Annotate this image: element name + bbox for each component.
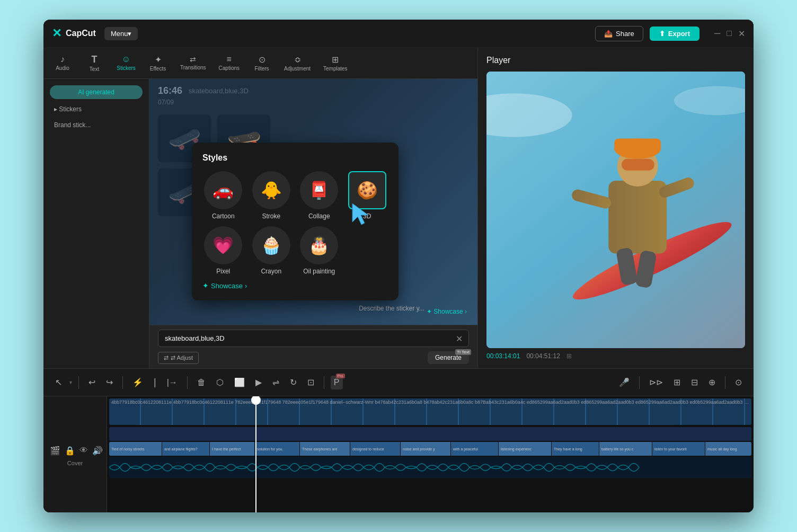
text-segments: Tied of noisy streets and airplane fligh…: [109, 442, 751, 456]
style-stroke-icon: 🐥: [252, 171, 290, 209]
video-track-label: 4bb77918bc0c4612208111e 4bb77918bc0c4612…: [109, 398, 751, 406]
track-controls: 🎬 🔒 👁 🔊: [48, 444, 105, 458]
text-seg-13: music all day long: [705, 442, 751, 456]
zoom-in-button[interactable]: ⊕: [705, 375, 719, 389]
select-tool-button[interactable]: ↖: [52, 375, 65, 389]
eye-icon: 👁: [79, 446, 88, 455]
toolbar-adjustment[interactable]: ≎ Adjustment: [279, 51, 316, 75]
snowboarder-svg: [486, 72, 745, 348]
adjustment-label: Adjustment: [284, 66, 311, 72]
menu-button[interactable]: Menu▾: [104, 27, 138, 40]
text-seg-4: solution for you.: [255, 442, 300, 456]
maximize-button[interactable]: □: [727, 29, 732, 39]
bottom-toolbar: ↖ ▾ ↩ ↪ ⚡ | |→ 🗑 ⬡ ⬜ ▶ ⇌ ↻ ⊡ P Pro 🎤 ⊳⊳ …: [43, 368, 754, 396]
stickers-section[interactable]: ▸ Stickers: [50, 103, 143, 115]
svg-rect-5: [608, 181, 667, 253]
adjust-button[interactable]: ⇄ ⇄ Adjust: [158, 352, 199, 364]
text-seg-12: listen to your favorit: [652, 442, 705, 456]
text-seg-7: noise and provide y: [401, 442, 451, 456]
text-track: Tied of noisy streets and airplane fligh…: [109, 442, 751, 456]
trim-button[interactable]: ⊡: [304, 375, 317, 389]
brand-stickers-section[interactable]: Brand stick...: [50, 119, 143, 131]
adjust-icon: ⇄: [164, 354, 169, 361]
video-track-bg: 4bb77918bc0c4612208111e 4bb77918bc0c4612…: [109, 398, 751, 425]
style-oil-painting[interactable]: 🎂 Oil painting: [298, 226, 340, 275]
zoom-fit-button[interactable]: ⊞: [670, 375, 684, 389]
style-stroke[interactable]: 🐥 Stroke: [251, 171, 293, 220]
filters-icon: ⊙: [259, 55, 265, 65]
timeline-spacer2: [48, 427, 102, 443]
timeline-playhead[interactable]: [255, 396, 256, 512]
minimize-button[interactable]: ─: [714, 29, 720, 39]
prompt-area: ✕ ⇄ ⇄ Adjust Generate TI Text: [149, 325, 477, 368]
style-cartoon[interactable]: 🚗 Cartoon: [202, 171, 244, 220]
mic-button[interactable]: 🎤: [616, 375, 633, 389]
play-preview-button[interactable]: ▶: [252, 375, 265, 389]
export-button[interactable]: ⬆ Export: [650, 26, 699, 41]
generate-button[interactable]: Generate TI Text: [428, 351, 469, 364]
undo-button[interactable]: ↩: [85, 375, 99, 389]
style-oil-label: Oil painting: [303, 268, 335, 275]
toolbar-transitions[interactable]: ⇄ Transitions: [175, 52, 211, 74]
toolbar-filters[interactable]: ⊙ Filters: [247, 51, 277, 75]
style-collage[interactable]: 📮 Collage: [298, 171, 340, 220]
crop-button[interactable]: ⬜: [231, 375, 248, 389]
mask-button[interactable]: ⬡: [213, 375, 227, 389]
style-crayon-label: Crayon: [261, 268, 281, 275]
showcase-button[interactable]: Showcase: [211, 282, 243, 290]
ai-generated-tab[interactable]: AI generated: [50, 85, 143, 99]
style-pixel[interactable]: 💗 Pixel: [202, 226, 244, 275]
toolbar-text[interactable]: T Text: [79, 51, 109, 75]
svg-marker-0: [352, 203, 368, 225]
text-seg-3: I have the perfect: [210, 442, 255, 456]
toolbar-stickers[interactable]: ☺ Stickers: [111, 51, 141, 74]
share-button[interactable]: 📤 Share: [595, 26, 643, 41]
redo-button[interactable]: ↪: [103, 375, 116, 389]
toolbar-effects[interactable]: ✦ Effects: [143, 51, 173, 75]
toolbar-audio[interactable]: ♪ Audio: [48, 51, 77, 74]
templates-icon: ⊞: [332, 55, 339, 65]
toolbar-captions[interactable]: ≡ Captions: [214, 51, 245, 74]
second-waveform: [109, 457, 751, 478]
snowboarder-scene: [486, 72, 745, 348]
text-seg-11: battery life so you c: [599, 442, 652, 456]
showcase-link[interactable]: ✦ Showcase ›: [427, 308, 467, 315]
styles-title: Styles: [202, 153, 388, 163]
adjust-label: ⇄ Adjust: [171, 354, 193, 361]
close-button[interactable]: ✕: [738, 29, 745, 39]
svg-rect-9: [622, 159, 654, 171]
rotate-button[interactable]: ↻: [287, 375, 300, 389]
settings-button[interactable]: ⊙: [732, 375, 745, 389]
export-label: Export: [668, 30, 690, 38]
toolbar-templates[interactable]: ⊞ Templates: [318, 51, 353, 75]
delete-button[interactable]: 🗑: [194, 376, 209, 389]
showcase-area: Describe the sticker y... ✦ Showcase ›: [359, 302, 467, 315]
window-controls: ─ □ ✕: [714, 29, 745, 39]
divider-2: [122, 376, 123, 389]
split2-button[interactable]: |: [150, 375, 160, 390]
logo: ✕ CapCut: [52, 26, 96, 40]
clear-prompt-button[interactable]: ✕: [456, 333, 463, 343]
filters-label: Filters: [254, 66, 269, 72]
showcase-arrow: ›: [245, 282, 247, 290]
divider-1: [78, 376, 79, 389]
svg-rect-8: [614, 138, 661, 152]
left-panel: ♪ Audio T Text ☺ Stickers ✦ Effects ⇄: [43, 47, 478, 368]
toolbar: ♪ Audio T Text ☺ Stickers ✦ Effects ⇄: [43, 47, 477, 79]
timeline-area: 🎬 🔒 👁 🔊 Cover 4bb77918bc0c4612208111e 4b…: [43, 396, 754, 512]
stickers-icon: ☺: [122, 55, 130, 64]
stickers-label: Stickers: [117, 65, 136, 71]
flip-button[interactable]: ⇌: [269, 375, 282, 389]
sticker-area: 16:46 skateboard,blue,3D 07/09 🛹 🛹: [149, 79, 477, 368]
style-pixel-icon: 💗: [204, 226, 242, 264]
split-button[interactable]: ⚡: [129, 375, 146, 389]
zoom-out-button[interactable]: ⊟: [688, 375, 701, 389]
prompt-input[interactable]: [158, 330, 469, 347]
speed-button[interactable]: ⊳⊳: [646, 375, 666, 389]
style-collage-label: Collage: [308, 212, 330, 220]
cover-label: Cover: [48, 460, 102, 466]
timeline-spacer: [48, 401, 102, 427]
templates-label: Templates: [323, 66, 348, 72]
split3-button[interactable]: |→: [164, 376, 181, 389]
style-crayon[interactable]: 🧁 Crayon: [251, 226, 293, 275]
